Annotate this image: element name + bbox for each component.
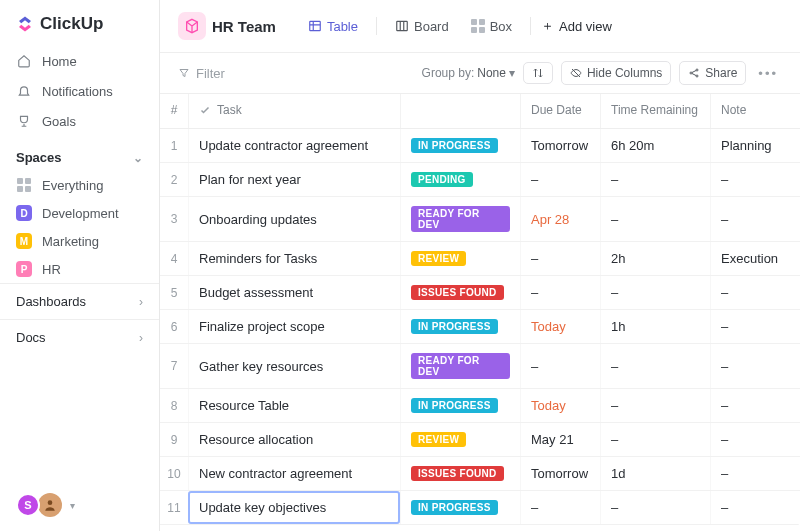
view-board[interactable]: Board [387,14,457,39]
col-due[interactable]: Due Date [520,94,600,128]
sidebar-item-space[interactable]: DDevelopment [0,199,159,227]
time-remaining-cell[interactable]: 1h [600,310,710,343]
nav-goals[interactable]: Goals [0,106,159,136]
table-row[interactable]: 6 Finalize project scope IN PROGRESS Tod… [160,310,800,344]
nav-notifications[interactable]: Notifications [0,76,159,106]
sort-button[interactable] [523,62,553,84]
col-num[interactable]: # [160,94,188,128]
time-remaining-cell[interactable]: – [600,344,710,388]
col-note[interactable]: Note [710,94,800,128]
task-name-cell[interactable]: Plan for next year [188,163,400,196]
col-task[interactable]: Task [188,94,400,128]
status-cell[interactable]: ISSUES FOUND [400,276,520,309]
task-name-cell[interactable]: Resource Table [188,389,400,422]
time-remaining-cell[interactable]: 2h [600,242,710,275]
row-number: 3 [160,197,188,241]
note-cell[interactable]: – [710,276,800,309]
note-cell[interactable]: – [710,491,800,524]
task-name-cell[interactable]: New contractor agreement [188,457,400,490]
status-cell[interactable]: READY FOR DEV [400,344,520,388]
sidebar-item-space[interactable]: PHR [0,255,159,283]
task-name-cell[interactable]: Budget assessment [188,276,400,309]
time-remaining-cell[interactable]: – [600,491,710,524]
user-switcher[interactable]: S ▾ [0,479,159,531]
status-cell[interactable]: ISSUES FOUND [400,457,520,490]
due-date-cell[interactable]: May 21 [520,423,600,456]
due-date-cell[interactable]: – [520,491,600,524]
status-cell[interactable]: IN PROGRESS [400,129,520,162]
sidebar-dashboards[interactable]: Dashboards › [0,283,159,319]
status-cell[interactable]: REVIEW [400,242,520,275]
note-cell[interactable]: Planning [710,129,800,162]
more-menu[interactable]: ••• [754,66,782,81]
due-date-cell[interactable]: – [520,344,600,388]
status-cell[interactable]: READY FOR DEV [400,197,520,241]
sidebar-docs[interactable]: Docs › [0,319,159,355]
time-remaining-cell[interactable]: – [600,163,710,196]
task-name-cell[interactable]: Update contractor agreement [188,129,400,162]
note-cell[interactable]: – [710,344,800,388]
status-cell[interactable]: IN PROGRESS [400,310,520,343]
table-icon [308,19,322,33]
time-remaining-cell[interactable]: – [600,389,710,422]
time-remaining-cell[interactable]: – [600,276,710,309]
status-cell[interactable]: IN PROGRESS [400,389,520,422]
due-date-cell[interactable]: Tomorrow [520,457,600,490]
time-remaining-cell[interactable]: – [600,423,710,456]
table-row[interactable]: 9 Resource allocation REVIEW May 21 – – [160,423,800,457]
status-cell[interactable]: IN PROGRESS [400,491,520,524]
view-table[interactable]: Table [300,14,366,39]
brand-logo[interactable]: ClickUp [0,0,159,44]
task-name-cell[interactable]: Onboarding updates [188,197,400,241]
share-button[interactable]: Share [679,61,746,85]
note-cell[interactable]: – [710,310,800,343]
filter-button[interactable]: Filter [178,66,225,81]
table-row[interactable]: 2 Plan for next year PENDING – – – [160,163,800,197]
chevron-right-icon: › [139,295,143,309]
due-date-cell[interactable]: Apr 28 [520,197,600,241]
add-view-label: Add view [559,19,612,34]
add-view-button[interactable]: ＋ Add view [541,17,612,35]
spaces-header[interactable]: Spaces ⌄ [0,138,159,171]
task-name-cell[interactable]: Gather key resources [188,344,400,388]
col-time[interactable]: Time Remaining [600,94,710,128]
note-cell[interactable]: – [710,163,800,196]
note-cell[interactable]: Execution [710,242,800,275]
view-box[interactable]: Box [463,14,520,39]
task-name-cell[interactable]: Finalize project scope [188,310,400,343]
status-badge: IN PROGRESS [411,500,498,515]
time-remaining-cell[interactable]: – [600,197,710,241]
nav-home[interactable]: Home [0,46,159,76]
due-date-cell[interactable]: – [520,163,600,196]
task-name-cell[interactable]: Update key objectives [188,491,400,524]
sidebar-item-everything[interactable]: Everything [0,171,159,199]
due-date-cell[interactable]: Tomorrow [520,129,600,162]
note-cell[interactable]: – [710,389,800,422]
table-row[interactable]: 5 Budget assessment ISSUES FOUND – – – [160,276,800,310]
due-date-cell[interactable]: – [520,276,600,309]
due-date-cell[interactable]: Today [520,389,600,422]
note-cell[interactable]: – [710,423,800,456]
table-row[interactable]: 1 Update contractor agreement IN PROGRES… [160,129,800,163]
status-cell[interactable]: PENDING [400,163,520,196]
sidebar-item-space[interactable]: MMarketing [0,227,159,255]
table-row[interactable]: 8 Resource Table IN PROGRESS Today – – [160,389,800,423]
task-name-cell[interactable]: Resource allocation [188,423,400,456]
table-row[interactable]: 10 New contractor agreement ISSUES FOUND… [160,457,800,491]
note-cell[interactable]: – [710,197,800,241]
due-date-cell[interactable]: Today [520,310,600,343]
table-row[interactable]: 4 Reminders for Tasks REVIEW – 2h Execut… [160,242,800,276]
due-date-cell[interactable]: – [520,242,600,275]
table-row[interactable]: 3 Onboarding updates READY FOR DEV Apr 2… [160,197,800,242]
table-row[interactable]: 11 Update key objectives IN PROGRESS – –… [160,491,800,525]
task-name-cell[interactable]: Reminders for Tasks [188,242,400,275]
hide-columns-button[interactable]: Hide Columns [561,61,671,85]
share-label: Share [705,66,737,80]
status-cell[interactable]: REVIEW [400,423,520,456]
time-remaining-cell[interactable]: 6h 20m [600,129,710,162]
primary-nav: Home Notifications Goals [0,44,159,138]
time-remaining-cell[interactable]: 1d [600,457,710,490]
group-by-selector[interactable]: Group by: None ▾ [422,66,515,80]
note-cell[interactable]: – [710,457,800,490]
table-row[interactable]: 7 Gather key resources READY FOR DEV – –… [160,344,800,389]
